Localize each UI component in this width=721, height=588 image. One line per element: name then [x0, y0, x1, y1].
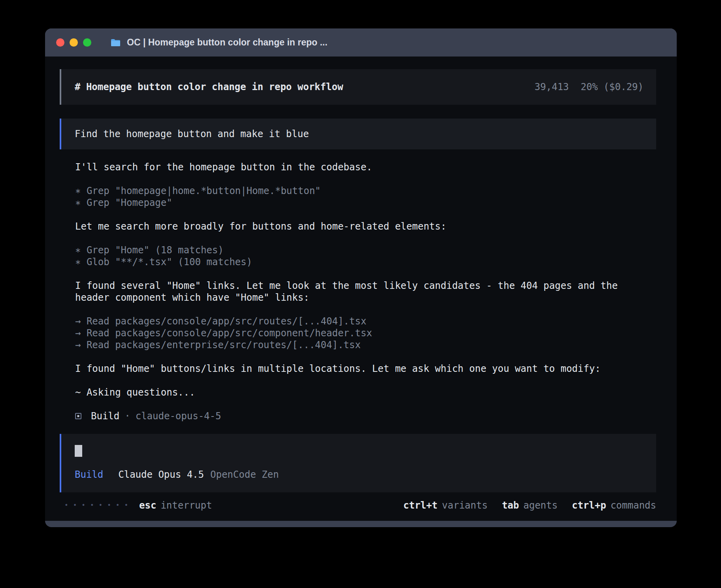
agent-mode-badge[interactable]: Build: [75, 469, 103, 481]
user-message-text: Find the homepage button and make it blu…: [75, 128, 309, 139]
shortcut-label: interrupt: [160, 499, 212, 511]
transcript: I'll search for the homepage button in t…: [75, 149, 656, 422]
close-button[interactable]: [56, 38, 64, 47]
shortcut-interrupt[interactable]: esc interrupt: [139, 499, 212, 511]
assistant-message: I found "Home" buttons/links in multiple…: [75, 363, 656, 375]
terminal-window: OC | Homepage button color change in rep…: [45, 28, 677, 527]
spinner-dots: ••••••••: [64, 499, 133, 511]
shortcut-variants[interactable]: ctrl+t variants: [403, 499, 487, 511]
status-message: ~ Asking questions...: [75, 386, 656, 398]
prompt-input[interactable]: Build Claude Opus 4.5 OpenCode Zen: [60, 434, 656, 492]
window-title-group: OC | Homepage button color change in rep…: [110, 37, 327, 48]
tool-call-grep: ∗ Grep "homepage|home.*button|Home.*butt…: [75, 185, 656, 197]
tool-call-read: → Read packages/console/app/src/componen…: [75, 327, 656, 339]
shortcut-label: agents: [523, 499, 558, 511]
session-title: # Homepage button color change in repo w…: [75, 81, 343, 93]
traffic-lights: [56, 38, 91, 47]
shortcut-key: ctrl+p: [572, 499, 606, 511]
session-header: # Homepage button color change in repo w…: [60, 69, 656, 105]
folder-icon: [110, 38, 121, 47]
status-bar-right: ctrl+t variants tab agents ctrl+p comman…: [403, 499, 656, 511]
window-title: OC | Homepage button color change in rep…: [127, 37, 327, 48]
status-bar-left: •••••••• esc interrupt: [64, 499, 212, 511]
context-usage: 20% ($0.29): [581, 81, 644, 93]
shortcut-label: variants: [442, 499, 488, 511]
text-cursor: [75, 445, 82, 457]
tool-call-grep: ∗ Grep "Homepage": [75, 197, 656, 209]
tool-call-glob: ∗ Glob "**/*.tsx" (100 matches): [75, 256, 656, 268]
provider-label: OpenCode Zen: [210, 469, 279, 481]
assistant-message: Let me search more broadly for buttons a…: [75, 220, 656, 232]
shortcut-commands[interactable]: ctrl+p commands: [572, 499, 656, 511]
shortcut-key: ctrl+t: [403, 499, 438, 511]
model-label: Claude Opus 4.5: [118, 469, 204, 481]
shortcut-key: esc: [139, 499, 156, 511]
titlebar[interactable]: OC | Homepage button color change in rep…: [45, 28, 677, 57]
zoom-button[interactable]: [83, 38, 91, 47]
separator-dot: ·: [125, 410, 130, 422]
agent-status-line: Build · claude-opus-4-5: [75, 410, 656, 422]
session-stats: 39,413 20% ($0.29): [534, 81, 644, 93]
shortcut-label: commands: [610, 499, 656, 511]
assistant-message: I found several "Home" links. Let me loo…: [75, 280, 656, 303]
prompt-meta: Build Claude Opus 4.5 OpenCode Zen: [75, 469, 644, 481]
minimize-button[interactable]: [70, 38, 78, 47]
terminal-content: # Homepage button color change in repo w…: [45, 57, 677, 521]
tool-call-read: → Read packages/console/app/src/routes/[…: [75, 315, 656, 327]
shortcut-agents[interactable]: tab agents: [502, 499, 558, 511]
agent-square-icon: [75, 413, 81, 419]
status-bar: •••••••• esc interrupt ctrl+t variants t…: [60, 499, 656, 511]
agent-name: Build: [91, 410, 119, 422]
shortcut-key: tab: [502, 499, 519, 511]
tool-call-grep: ∗ Grep "Home" (18 matches): [75, 244, 656, 256]
user-message: Find the homepage button and make it blu…: [60, 119, 656, 149]
tool-call-read: → Read packages/enterprise/src/routes/[.…: [75, 339, 656, 351]
token-count: 39,413: [534, 81, 569, 93]
assistant-message: I'll search for the homepage button in t…: [75, 161, 656, 173]
agent-model: claude-opus-4-5: [136, 410, 221, 422]
